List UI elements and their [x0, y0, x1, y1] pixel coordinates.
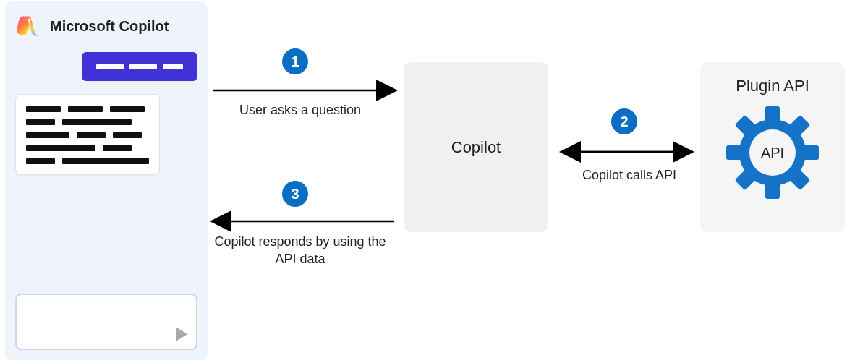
step-1-label: User asks a question: [228, 101, 373, 119]
step-3-label: Copilot responds by using the API data: [213, 233, 387, 268]
panel-title: Microsoft Copilot: [50, 18, 169, 35]
chat-input-box[interactable]: [15, 294, 197, 350]
plugin-title: Plugin API: [736, 77, 809, 95]
step-badge-3: 3: [282, 181, 308, 207]
step-3-number: 3: [291, 186, 299, 202]
assistant-response-card: [15, 94, 160, 175]
gear-api-label: API: [761, 145, 784, 161]
step-1-number: 1: [291, 54, 299, 70]
step-badge-2: 2: [611, 108, 637, 134]
copilot-logo-icon: [15, 13, 41, 39]
step-badge-1: 1: [282, 48, 308, 74]
panel-header: Microsoft Copilot: [15, 13, 197, 39]
ms-copilot-panel: Microsoft Copilot: [5, 1, 208, 360]
user-message-bubble: [82, 52, 197, 81]
gear-icon: API: [726, 106, 820, 200]
step-2-label: Copilot calls API: [571, 166, 687, 184]
copilot-engine-box: Copilot: [404, 62, 548, 232]
send-icon[interactable]: [176, 327, 187, 341]
plugin-api-box: Plugin API: [700, 62, 845, 232]
copilot-engine-label: Copilot: [451, 138, 501, 157]
step-2-number: 2: [620, 114, 628, 130]
